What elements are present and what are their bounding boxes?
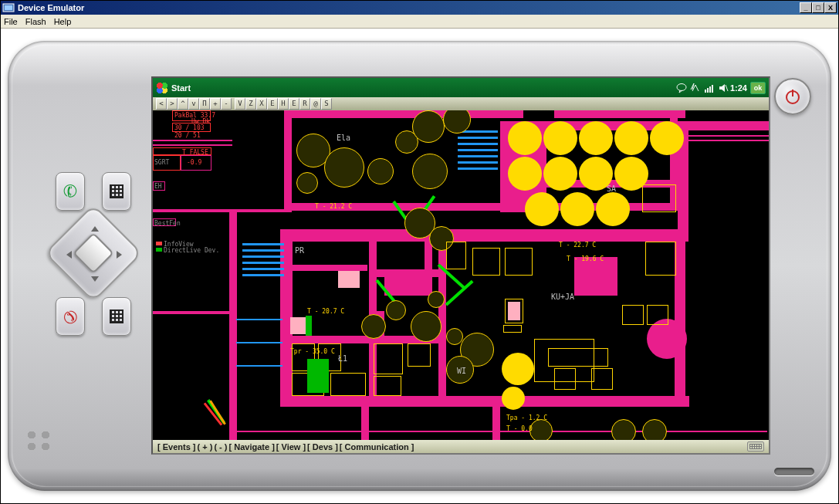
- tool-minus[interactable]: -: [221, 98, 232, 110]
- temp-label: T - 19.6 C: [567, 255, 604, 262]
- tool-v[interactable]: V: [235, 98, 245, 110]
- tool-r[interactable]: R: [299, 98, 310, 110]
- temp-label: T - 0.0: [506, 425, 533, 432]
- wm-taskbar[interactable]: Start 1:24 ok: [153, 78, 769, 97]
- info-label: 20 / 51: [174, 132, 201, 139]
- temp-label: Tpa - 1.2 C: [506, 414, 547, 421]
- menu-help[interactable]: Help: [54, 17, 72, 26]
- hw-end-button[interactable]: ✆: [56, 297, 85, 336]
- menubar: File Flash Help: [1, 15, 838, 29]
- info-label: BestFen: [154, 220, 181, 227]
- tool-x[interactable]: X: [256, 98, 267, 110]
- tool-s[interactable]: S: [321, 98, 332, 110]
- phone-end-icon: ✆: [58, 306, 83, 328]
- menu-comm[interactable]: [ Communication ]: [340, 442, 414, 452]
- room-label: SA: [607, 184, 616, 193]
- menu-view[interactable]: [ View ]: [276, 442, 306, 452]
- svg-rect-7: [709, 86, 711, 93]
- temp-label: T - 20.7 C: [307, 308, 344, 315]
- titlebar[interactable]: Device Emulator _ □ X: [1, 1, 838, 15]
- svg-rect-8: [712, 85, 713, 93]
- minimize-button[interactable]: _: [800, 2, 812, 13]
- info-label: EH: [154, 183, 162, 190]
- room-label: Ela: [337, 134, 350, 142]
- tool-pi[interactable]: П: [199, 98, 210, 110]
- app-window: Device Emulator _ □ X File Flash Help ✆ …: [0, 0, 839, 504]
- ok-button[interactable]: ok: [750, 82, 766, 94]
- info-label: DirectLive Dev.: [164, 247, 219, 254]
- chat-icon[interactable]: [676, 83, 687, 93]
- hw-power-button[interactable]: [774, 78, 811, 115]
- info-label: -0.9: [187, 159, 201, 166]
- tool-up[interactable]: ^: [178, 98, 188, 110]
- room-label: KU+JA: [551, 293, 574, 301]
- svg-line-9: [726, 85, 728, 91]
- info-label: SGRT: [154, 159, 169, 166]
- menu-events[interactable]: [ Events ]: [157, 442, 196, 452]
- maximize-button[interactable]: □: [812, 2, 824, 13]
- room-label: PR: [295, 246, 304, 255]
- start-flag-icon: [156, 82, 168, 94]
- floorplan-canvas[interactable]: Ela PR Ł1 WI SA KU+JA T - 21.2 C T - 20.…: [153, 110, 769, 440]
- app-icon: [2, 2, 15, 14]
- menu-file[interactable]: File: [4, 17, 18, 26]
- tool-left[interactable]: <: [156, 98, 167, 110]
- svg-point-4: [677, 83, 686, 90]
- signal-icon[interactable]: [704, 83, 715, 93]
- tool-down[interactable]: v: [188, 98, 199, 110]
- info-label: 30 / 103: [174, 124, 205, 131]
- dpad-down-icon: [91, 276, 99, 282]
- hw-call-button[interactable]: ✆: [56, 172, 85, 211]
- close-button[interactable]: X: [824, 2, 837, 13]
- app-toolbar: < > ^ v П + - V Z X E H E R @ S: [153, 97, 769, 110]
- connectivity-icon[interactable]: [690, 83, 701, 93]
- sip-keyboard-button[interactable]: [747, 441, 764, 452]
- tool-right[interactable]: >: [167, 98, 178, 110]
- dpad-left-icon: [66, 251, 72, 259]
- speaker-icon[interactable]: [718, 83, 729, 93]
- hw-app2-button[interactable]: [102, 297, 131, 336]
- workspace: ✆ ✆ Start: [1, 29, 838, 503]
- svg-rect-6: [707, 88, 709, 93]
- menu-navigate[interactable]: [ Navigate ]: [229, 442, 275, 452]
- tool-e[interactable]: E: [267, 98, 278, 110]
- phone-icon: ✆: [60, 180, 80, 204]
- hardware-buttons: ✆ ✆: [32, 172, 133, 388]
- room-label: Ł1: [338, 354, 347, 363]
- dpad-right-icon: [117, 251, 122, 259]
- info-label: T FALSE: [182, 149, 208, 156]
- window-title: Device Emulator: [18, 3, 800, 12]
- stylus-slot: [774, 468, 814, 475]
- temp-label: T - 21.2 C: [315, 203, 352, 210]
- app-bottombar: [ Events ] ( + ) ( - ) [ Navigate ] [ Vi…: [153, 440, 769, 453]
- clock-label[interactable]: 1:24: [730, 83, 747, 93]
- tool-e2[interactable]: E: [289, 98, 299, 110]
- keypad-icon: [110, 310, 123, 323]
- temp-label: T - 22.7 C: [559, 242, 596, 249]
- device-chassis: ✆ ✆ Start: [8, 41, 831, 491]
- power-icon: [783, 87, 802, 106]
- menu-flash[interactable]: Flash: [25, 17, 46, 26]
- menu-zoom-in[interactable]: ( + ): [198, 442, 213, 452]
- dpad-up-icon: [91, 226, 99, 232]
- svg-rect-5: [705, 90, 706, 93]
- temp-label: Tpr - 35.0 C: [290, 348, 335, 355]
- calendar-icon: [110, 184, 123, 198]
- svg-rect-1: [5, 5, 12, 10]
- tool-at[interactable]: @: [310, 98, 321, 110]
- menu-zoom-out[interactable]: ( - ): [214, 442, 227, 452]
- tool-h[interactable]: H: [278, 98, 289, 110]
- hw-app1-button[interactable]: [102, 172, 131, 211]
- start-label[interactable]: Start: [171, 83, 191, 93]
- tool-plus[interactable]: +: [210, 98, 221, 110]
- room-label: WI: [457, 367, 466, 375]
- tool-z[interactable]: Z: [245, 98, 256, 110]
- windows-logo: [25, 429, 52, 452]
- device-screen: Start 1:24 ok < > ^ v П + -: [151, 76, 770, 455]
- menu-devs[interactable]: [ Devs ]: [307, 442, 338, 452]
- window-buttons: _ □ X: [800, 2, 837, 13]
